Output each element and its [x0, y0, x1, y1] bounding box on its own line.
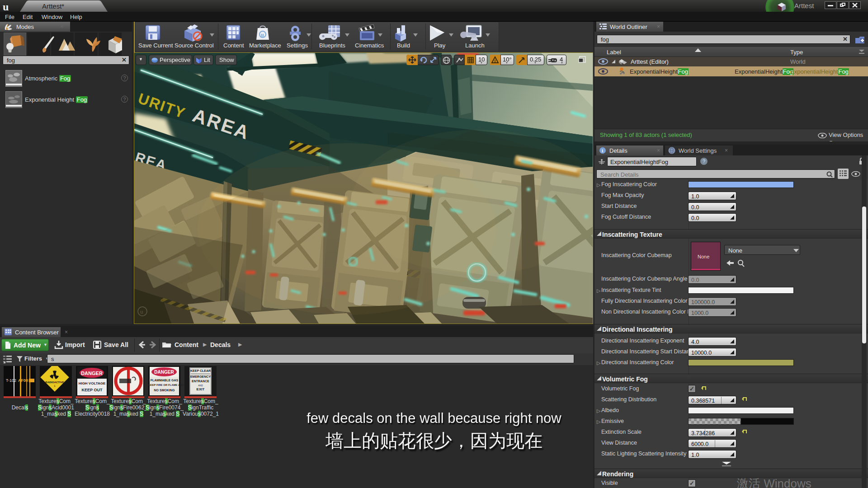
svg-text:u: u — [3, 1, 9, 12]
svg-text:DANGER: DANGER — [154, 370, 174, 375]
svg-text:DANGER: DANGER — [81, 371, 103, 376]
svg-text:RADIOACTIVE: RADIOACTIVE — [45, 381, 64, 384]
svg-text:u: u — [261, 32, 264, 38]
svg-text:Arttest*: Arttest* — [42, 2, 64, 10]
svg-text:i: i — [602, 148, 603, 153]
